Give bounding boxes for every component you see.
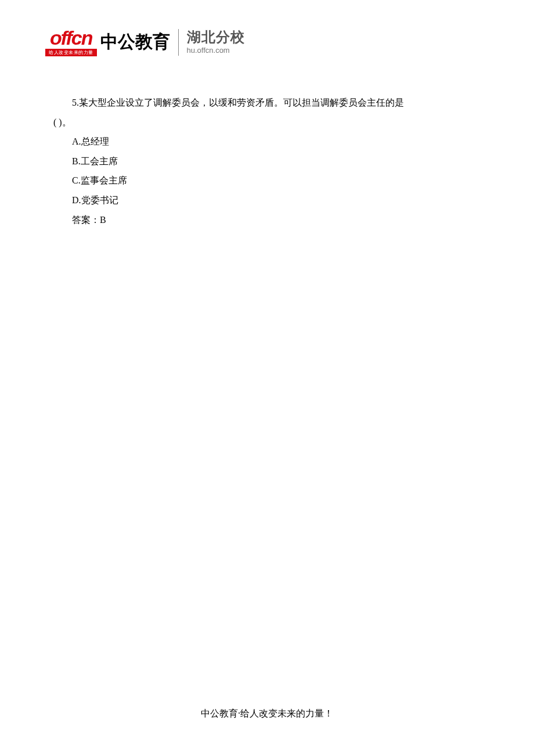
question-stem: 5.某大型企业设立了调解委员会，以缓和劳资矛盾。可以担当调解委员会主任的是 [53, 93, 481, 113]
footer-text: 中公教育·给人改变未来的力量！ [0, 708, 534, 720]
logo-cn-text: 中公教育 [100, 30, 170, 54]
answer-line: 答案：B [53, 210, 481, 230]
content-area: 5.某大型企业设立了调解委员会，以缓和劳资矛盾。可以担当调解委员会主任的是 ( … [53, 93, 481, 229]
header-logo: offcn 给人改变未来的力量 中公教育 湖北分校 hu.offcn.com [45, 28, 245, 56]
logo-divider [178, 29, 179, 56]
option-d: D.党委书记 [53, 190, 481, 210]
logo-tagline: 给人改变未来的力量 [45, 49, 97, 56]
branch-block: 湖北分校 hu.offcn.com [187, 30, 245, 55]
branch-url: hu.offcn.com [187, 46, 230, 55]
logo-offcn-text: offcn [50, 28, 92, 48]
option-a: A.总经理 [53, 132, 481, 152]
option-b: B.工会主席 [53, 152, 481, 171]
question-blank: ( )。 [53, 113, 481, 132]
logo-block: offcn 给人改变未来的力量 中公教育 [45, 28, 170, 56]
branch-name: 湖北分校 [187, 30, 245, 44]
option-c: C.监事会主席 [53, 171, 481, 190]
logo-offcn: offcn 给人改变未来的力量 [45, 28, 97, 56]
